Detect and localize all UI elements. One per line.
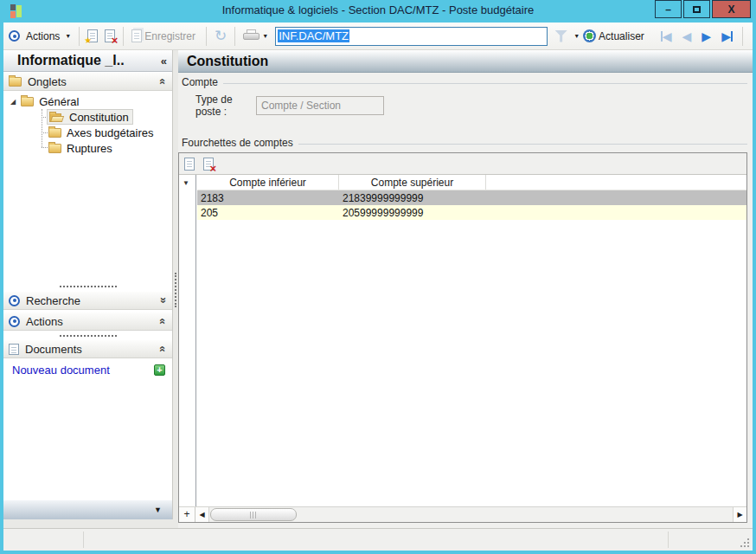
reload-button[interactable]: ↻ (211, 28, 230, 45)
type-de-poste-input[interactable]: Compte / Section (256, 96, 384, 115)
tree-item-general[interactable]: ◢ Général (10, 93, 79, 109)
grid-toolbar: × (179, 153, 746, 174)
add-range-button[interactable] (184, 158, 195, 171)
sidebar-title: Informatique _l.. (17, 53, 161, 68)
sidebar-bottom-bar[interactable]: ▼ (3, 500, 172, 519)
print-button[interactable]: ▼ (240, 27, 272, 45)
folder-icon (48, 144, 61, 153)
type-de-poste-label: Type de poste : (195, 93, 256, 118)
collapse-panel-icon: « (157, 345, 166, 351)
grid-header-row: Compte inférieur Compte supérieur (197, 175, 746, 190)
collapse-panel-icon: « (157, 318, 166, 324)
tree-item-ruptures[interactable]: Ruptures (48, 140, 112, 156)
actions-icon (9, 30, 20, 42)
folder-icon (9, 77, 22, 87)
delete-range-button[interactable]: × (203, 158, 214, 171)
delete-x-icon: × (112, 34, 119, 47)
add-row-button[interactable]: + (179, 507, 195, 522)
panel-header-actions[interactable]: Actions « (3, 312, 172, 331)
chevron-down-icon: ▼ (573, 33, 580, 39)
maximize-icon (693, 6, 701, 13)
window-title: Informatique & logiciels - Section DAC/M… (3, 3, 753, 16)
tree-selection: Constitution (47, 109, 133, 125)
grid-row-gutter: ▼ (179, 175, 196, 506)
expand-panel-icon: « (157, 297, 166, 303)
printer-icon (243, 29, 259, 42)
sidebar-resize-handle[interactable] (175, 273, 176, 307)
actualiser-button[interactable]: Actualiser (580, 27, 650, 45)
collapse-panel-icon: « (157, 78, 166, 84)
collapse-sidebar-icon[interactable]: « (161, 55, 167, 68)
new-record-button[interactable]: ★ (84, 27, 101, 45)
documents-icon (9, 344, 19, 355)
selected-text: INF.DAC/MTZ (278, 29, 349, 42)
tree-expander-icon[interactable]: ◢ (10, 98, 16, 106)
sidebar: Informatique _l.. « Onglets « ◢ Général (3, 50, 173, 519)
actions-panel-icon (9, 316, 20, 327)
chevron-down-icon: ▼ (262, 33, 268, 39)
panel-splitter[interactable] (3, 333, 172, 338)
delete-x-icon: × (209, 162, 216, 175)
table-row[interactable]: 2183 21839999999999 (197, 190, 746, 205)
column-header-compte-inferieur[interactable]: Compte inférieur (197, 175, 339, 190)
filter-icon (554, 30, 567, 42)
main-panel: Constitution Compte Type de poste : Comp… (178, 50, 753, 528)
grid-bottom-bar: + ◀ ▶ (179, 506, 746, 522)
folder-icon (21, 97, 34, 106)
thumb-grip-icon (250, 512, 257, 519)
star-icon: ★ (84, 35, 92, 45)
actions-menu-button[interactable]: Actions ▼ (20, 28, 74, 45)
actualiser-icon (583, 29, 596, 42)
scrollbar-thumb[interactable] (210, 508, 297, 521)
chevron-down-icon: ▼ (154, 506, 162, 514)
minimize-button[interactable]: – (655, 0, 682, 18)
panel-header-recherche[interactable]: Recherche « (3, 291, 172, 310)
horizontal-scrollbar[interactable]: ◀ ▶ (195, 507, 746, 522)
delete-record-icon: × (105, 29, 115, 42)
compte-group-label: Compte (182, 76, 747, 88)
title-bar: Informatique & logiciels - Section DAC/M… (3, 0, 753, 23)
nav-first-button[interactable]: ◀ (661, 29, 672, 43)
panel-splitter[interactable] (3, 284, 172, 289)
chevron-down-icon: ▼ (65, 33, 71, 39)
main-toolbar: Actions ▼ ★ × Enregistrer ↻ ▼ (3, 23, 753, 50)
column-header-compte-superieur[interactable]: Compte supérieur (339, 175, 486, 190)
page-title-bar: Constitution (178, 50, 753, 73)
save-icon (131, 29, 142, 42)
tree-item-constitution[interactable]: Constitution (47, 109, 133, 125)
new-record-icon: ★ (87, 29, 98, 42)
record-code-input[interactable]: INF.DAC/MTZ (275, 27, 548, 46)
recherche-icon (9, 295, 20, 306)
onglets-tree: ◢ Général Constitution Axes budgétaires (3, 92, 172, 287)
grid-filter-icon[interactable]: ▼ (183, 179, 189, 187)
filter-button[interactable] (551, 28, 571, 45)
maximize-button[interactable] (683, 0, 710, 18)
refresh-icon: ↻ (215, 30, 227, 42)
content-area: Informatique _l.. « Onglets « ◢ Général (3, 50, 753, 528)
close-button[interactable]: X (712, 0, 751, 18)
delete-record-button[interactable]: × (101, 27, 119, 45)
nav-previous-button[interactable]: ◀ (682, 29, 692, 43)
tree-item-axes-budgetaires[interactable]: Axes budgétaires (48, 125, 153, 140)
resize-grip[interactable] (739, 537, 749, 547)
nouveau-document-link[interactable]: Nouveau document (12, 364, 154, 377)
app-window: Informatique & logiciels - Section DAC/M… (0, 0, 756, 554)
nav-last-button[interactable]: ▶ (721, 29, 733, 43)
folder-icon (48, 128, 61, 138)
fourchettes-group-label: Fourchettes de comptes (182, 137, 747, 149)
fourchettes-panel: × ▼ Compte inférieur Compte supérieur 21… (178, 152, 747, 523)
table-row[interactable]: 205 20599999999999 (197, 205, 746, 220)
status-bar (3, 528, 753, 551)
save-button[interactable]: Enregistrer (128, 27, 202, 45)
sidebar-header: Informatique _l.. « (3, 50, 172, 72)
panel-header-onglets[interactable]: Onglets « (3, 72, 172, 91)
comptes-grid: ▼ Compte inférieur Compte supérieur 2183… (179, 174, 746, 506)
scroll-left-button[interactable]: ◀ (195, 507, 209, 522)
page-title: Constitution (187, 54, 268, 69)
panel-header-documents[interactable]: Documents « (3, 339, 172, 358)
nav-next-button[interactable]: ▶ (702, 29, 711, 43)
open-folder-icon (49, 113, 64, 122)
add-document-button[interactable]: + (154, 364, 165, 376)
scroll-right-button[interactable]: ▶ (733, 507, 746, 522)
